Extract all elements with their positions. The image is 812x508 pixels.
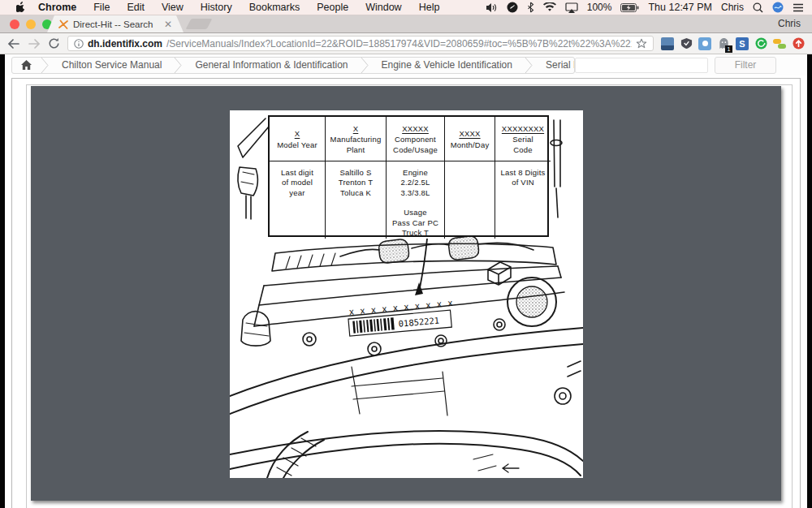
chevron-right-icon xyxy=(41,58,50,73)
header-code: XXXX xyxy=(459,129,480,139)
table-header-model-year: X Model Year xyxy=(270,117,325,161)
page-info-icon[interactable] xyxy=(74,39,84,49)
extension-tag-icon[interactable] xyxy=(698,37,711,50)
table-header-component-code: XXXXX Component Code/Usage xyxy=(386,117,444,161)
extension-red-circle-icon[interactable] xyxy=(792,37,805,50)
chevron-right-icon xyxy=(174,58,183,73)
breadcrumb: Chilton Service Manual General Informati… xyxy=(11,57,575,74)
breadcrumb-serial-number-identification[interactable]: Serial Number Identification xyxy=(533,58,575,73)
breadcrumb-general-information[interactable]: General Information & Identification xyxy=(183,58,360,73)
barcode-number-text: 01852221 xyxy=(398,315,439,328)
table-cell-component: Engine 2.2/2.5L 3.3/3.8L Usage Pass Car … xyxy=(386,161,444,239)
header-label: Model Year xyxy=(277,140,317,150)
extension-ghostery-icon[interactable]: 1 xyxy=(717,37,730,50)
header-code: XXXXX xyxy=(402,124,429,134)
extension-green-circle-icon[interactable] xyxy=(754,37,767,50)
black-circle-app-icon[interactable] xyxy=(507,2,518,13)
menu-chrome[interactable]: Chrome xyxy=(38,2,76,13)
menu-user-name[interactable]: Chris xyxy=(721,2,744,13)
web-page: Chilton Service Manual General Informati… xyxy=(5,54,807,508)
notification-center-icon[interactable] xyxy=(793,3,804,12)
chevron-right-icon xyxy=(361,58,369,73)
header-label: Month/Day xyxy=(451,140,490,150)
engine-id-figure: x x x x x x x x x x 01852221 xyxy=(230,110,583,478)
header-code: X xyxy=(353,124,359,134)
url-path: /ServiceManuals/Index?LocationId=22&ROID… xyxy=(166,38,632,50)
breadcrumb-engine-vehicle-identification[interactable]: Engine & Vehicle Identification xyxy=(369,58,525,73)
header-code: XXXXXXXX xyxy=(502,124,544,134)
engine-id-table: X Model Year X Manufacturing Plant XXXXX… xyxy=(268,115,549,237)
ghostery-badge: 1 xyxy=(725,45,732,53)
new-tab-button[interactable] xyxy=(186,19,213,29)
airplay-display-icon[interactable] xyxy=(565,2,578,13)
address-bar[interactable]: dh.identifix.com /ServiceManuals/Index?L… xyxy=(67,36,654,51)
menu-edit[interactable]: Edit xyxy=(127,2,145,13)
engine-stamp-plate: x x x x x x x x x x 01852221 xyxy=(348,298,457,336)
browser-toolbar: dh.identifix.com /ServiceManuals/Index?L… xyxy=(0,33,812,54)
apple-logo-icon[interactable] xyxy=(16,2,27,14)
dot-green xyxy=(778,44,786,49)
bluetooth-icon[interactable] xyxy=(527,2,534,13)
battery-icon xyxy=(620,3,639,12)
url-host: dh.identifix.com xyxy=(88,38,162,50)
tab-favicon xyxy=(58,19,68,29)
chrome-tab-strip: Direct-Hit -- Search ✕ Chris xyxy=(0,15,812,33)
table-header-manufacturing-plant: X Manufacturing Plant xyxy=(325,117,386,161)
battery-percent: 100% xyxy=(587,2,612,13)
breadcrumb-home-button[interactable] xyxy=(12,58,41,73)
filter-input[interactable] xyxy=(575,58,708,73)
header-label: Serial Code xyxy=(512,135,533,155)
figure-viewport[interactable]: x x x x x x x x x x 01852221 xyxy=(31,86,781,501)
menu-bookmarks[interactable]: Bookmarks xyxy=(249,2,300,13)
menu-history[interactable]: History xyxy=(201,2,232,13)
minimize-window-button[interactable] xyxy=(26,19,36,29)
macos-menu-bar: Chrome File Edit View History Bookmarks … xyxy=(0,0,812,15)
tab-title: Direct-Hit -- Search xyxy=(73,19,159,29)
menu-help[interactable]: Help xyxy=(419,2,440,13)
back-button[interactable] xyxy=(7,38,20,50)
table-header-month-day: XXXX Month/Day xyxy=(444,117,495,161)
tab-close-icon[interactable]: ✕ xyxy=(164,19,172,29)
table-cell-serial: Last 8 Digits of VIN xyxy=(495,161,551,239)
manual-viewer-frame: x x x x x x x x x x 01852221 xyxy=(11,78,801,508)
header-code: X xyxy=(295,129,300,139)
filter-group: Filter xyxy=(575,57,776,74)
close-window-button[interactable] xyxy=(10,19,19,29)
header-label: Component Code/Usage xyxy=(393,135,438,155)
spotlight-search-icon[interactable] xyxy=(753,2,763,13)
stamp-codes-text: x x x x x x x x x x xyxy=(349,298,456,316)
menu-file[interactable]: File xyxy=(93,2,110,13)
table-cell-plant: Saltillo S Trenton T Toluca K xyxy=(325,161,386,239)
extension-shield-icon[interactable] xyxy=(680,37,693,50)
browser-tab[interactable]: Direct-Hit -- Search ✕ xyxy=(47,15,184,32)
menu-clock[interactable]: Thu 12:47 PM xyxy=(648,2,712,13)
table-cell-model-year: Last digit of model year xyxy=(270,161,325,239)
siri-icon[interactable] xyxy=(772,2,784,13)
table-cell-month-day xyxy=(444,161,495,239)
screen-edge-left xyxy=(0,54,5,508)
menu-view[interactable]: View xyxy=(162,2,184,13)
extensions-row: 1 S xyxy=(661,37,805,50)
chevron-right-icon xyxy=(525,58,533,73)
reload-button[interactable] xyxy=(48,37,60,50)
filter-button[interactable]: Filter xyxy=(715,57,776,74)
volume-icon[interactable] xyxy=(486,2,498,13)
window-controls xyxy=(10,19,52,29)
breadcrumb-chilton-service-manual[interactable]: Chilton Service Manual xyxy=(50,58,174,73)
header-label: Manufacturing Plant xyxy=(330,135,382,155)
extension-s-icon[interactable]: S xyxy=(736,37,749,50)
extension-tag-dot xyxy=(702,41,708,46)
wifi-icon[interactable] xyxy=(543,2,556,12)
menu-window[interactable]: Window xyxy=(365,2,401,13)
menu-people[interactable]: People xyxy=(317,2,348,13)
screen-edge-right xyxy=(807,54,812,508)
extension-dots-icon[interactable] xyxy=(773,37,786,50)
home-icon xyxy=(21,60,32,70)
pointer-arrow xyxy=(415,239,427,295)
table-header-serial-code: XXXXXXXX Serial Code xyxy=(495,117,551,161)
extension-card-icon[interactable] xyxy=(661,37,674,50)
browser-profile-name[interactable]: Chris xyxy=(778,18,801,29)
dot-yellow xyxy=(773,39,781,44)
forward-button[interactable] xyxy=(28,38,41,50)
bookmark-star-icon[interactable] xyxy=(636,38,647,50)
